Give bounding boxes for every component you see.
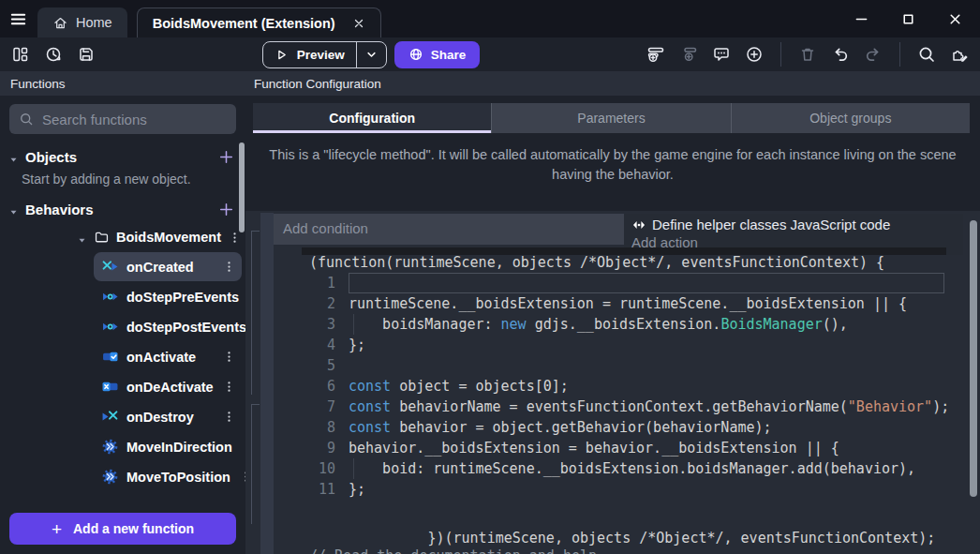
play-icon xyxy=(275,48,289,62)
undo-icon[interactable] xyxy=(831,45,850,64)
line-number: 4 xyxy=(302,335,349,355)
line-number: 10 xyxy=(302,458,349,479)
close-tab-icon[interactable] xyxy=(352,17,365,30)
line-number: 3 xyxy=(302,314,349,335)
behaviors-tree: BoidsMovementonCreateddoStepPreEventsdoS… xyxy=(0,223,245,491)
code-header-line: (function(runtimeScene, objects /*Object… xyxy=(302,252,946,273)
search-icon[interactable] xyxy=(917,45,936,64)
function-configuration-panel: Function Configuration ConfigurationPara… xyxy=(245,71,980,554)
tab-object-groups[interactable]: Object groups xyxy=(732,103,970,133)
footer-comment: // xyxy=(309,547,334,554)
toolbar-separator xyxy=(899,42,900,67)
objects-section-title: Objects xyxy=(25,149,77,165)
function-item-dosteppreevents[interactable]: doStepPreEvents xyxy=(94,282,242,311)
gdevelop-window: Home BoidsMovement (Extension) Preview xyxy=(0,0,980,554)
configuration-tabs: ConfigurationParametersObject groups xyxy=(253,103,970,133)
function-item-label: onActivate xyxy=(126,350,196,365)
globe-icon xyxy=(408,47,423,62)
add-sub-event-icon[interactable] xyxy=(679,45,698,64)
code-line-4: 4}; xyxy=(302,335,946,355)
add-condition-button[interactable]: Add condition xyxy=(274,214,624,245)
tab-home[interactable]: Home xyxy=(37,7,127,37)
tab-boidsmovement-extension[interactable]: BoidsMovement (Extension) xyxy=(137,7,381,37)
tab-home-label: Home xyxy=(76,15,112,30)
share-button[interactable]: Share xyxy=(394,41,481,68)
preview-button[interactable]: Preview xyxy=(262,41,387,68)
kebab-menu-icon[interactable] xyxy=(222,260,236,274)
gear-icon xyxy=(102,469,118,485)
edit-extension-icon[interactable] xyxy=(950,45,969,64)
kebab-menu-icon[interactable] xyxy=(222,410,236,424)
preview-options-button[interactable] xyxy=(357,48,386,62)
function-item-dosteppostevents[interactable]: doStepPostEvents xyxy=(94,312,242,341)
maximize-button[interactable] xyxy=(900,11,916,27)
tab-configuration[interactable]: Configuration xyxy=(253,103,492,133)
kebab-menu-icon[interactable] xyxy=(222,350,236,364)
redo-icon[interactable] xyxy=(864,45,883,64)
window-controls xyxy=(854,0,980,37)
code-line-2: 2runtimeScene.__boidsExtension = runtime… xyxy=(302,293,946,314)
event-block: Add condition Define helper classes Java… xyxy=(274,214,963,255)
function-item-oncreated[interactable]: onCreated xyxy=(94,252,242,281)
add-other-event-icon[interactable] xyxy=(745,45,764,64)
main-title: Function Configuration xyxy=(254,77,381,91)
file-tabs: Home BoidsMovement (Extension) xyxy=(37,0,381,37)
code-line-7: 7const behaviorName = eventsFunctionCont… xyxy=(302,397,946,417)
sidebar-scrollbar[interactable] xyxy=(239,142,245,232)
function-item-label: doStepPreEvents xyxy=(126,290,239,305)
minimize-button[interactable] xyxy=(854,11,869,27)
function-item-onactivate[interactable]: onActivate xyxy=(94,342,242,371)
add-object-button[interactable] xyxy=(218,149,234,165)
function-item-label: onCreated xyxy=(126,260,194,275)
history-icon[interactable] xyxy=(44,45,63,64)
toolbar-right-icons xyxy=(646,42,969,67)
code-line-3: 3 boidsManager: new gdjs.__boidsExtensio… xyxy=(302,314,946,335)
code-line-5: 5 xyxy=(302,355,946,376)
tab-parameters[interactable]: Parameters xyxy=(492,103,731,133)
main-header: Function Configuration xyxy=(245,71,980,96)
events-scrollbar[interactable] xyxy=(970,220,977,497)
code-icon xyxy=(631,217,646,232)
js-event-title[interactable]: Define helper classes JavaScript code xyxy=(624,214,963,233)
code-editor[interactable]: (function(runtimeScene, objects /*Object… xyxy=(302,247,946,255)
home-icon xyxy=(52,15,68,31)
function-item-ondestroy[interactable]: onDestroy xyxy=(94,402,242,431)
kebab-menu-icon[interactable] xyxy=(222,380,236,394)
hamburger-menu-icon[interactable] xyxy=(9,10,27,28)
function-item-label: MoveInDirection xyxy=(126,440,232,455)
do-step-icon xyxy=(102,319,118,335)
code-lines: 12runtimeScene.__boidsExtension = runtim… xyxy=(302,273,946,500)
search-functions-input[interactable]: Search functions xyxy=(9,104,236,134)
chevron-down-icon[interactable] xyxy=(8,204,19,215)
function-item-ondeactivate[interactable]: onDeActivate xyxy=(94,372,242,401)
behavior-group-boidsmovement[interactable]: BoidsMovement xyxy=(0,223,245,251)
save-icon[interactable] xyxy=(77,45,96,64)
chevron-down-icon[interactable] xyxy=(8,152,19,162)
delete-icon[interactable] xyxy=(798,45,817,64)
kebab-menu-icon[interactable] xyxy=(228,231,242,245)
function-item-movetoposition[interactable]: MoveToPosition xyxy=(94,462,242,491)
function-item-moveindirection[interactable]: MoveInDirection xyxy=(94,432,242,461)
chevron-down-icon[interactable] xyxy=(77,232,87,243)
event-guide-line xyxy=(251,231,260,395)
tab-boidsmovement-label: BoidsMovement (Extension) xyxy=(153,16,335,31)
function-item-label: onDeActivate xyxy=(126,380,214,395)
code-line-6: 6const object = objects[0]; xyxy=(302,376,946,397)
add-event-icon[interactable] xyxy=(646,45,665,64)
toolbar-left-icons xyxy=(11,45,96,64)
behaviors-section-title: Behaviors xyxy=(25,202,94,217)
on-activate-icon xyxy=(102,349,118,365)
line-number: 11 xyxy=(302,479,349,500)
content-area: Functions Search functions Objects Start… xyxy=(0,71,980,554)
documentation-link[interactable]: Read the documentation and help xyxy=(334,547,597,554)
add-comment-icon[interactable] xyxy=(712,45,731,64)
close-window-button[interactable] xyxy=(947,11,963,27)
line-number: 1 xyxy=(302,273,349,293)
functions-sidebar: Functions Search functions Objects Start… xyxy=(0,71,245,554)
event-guide-line xyxy=(251,404,260,524)
section-objects: Objects xyxy=(0,143,245,171)
project-manager-icon[interactable] xyxy=(11,45,30,64)
event-rail xyxy=(260,213,274,554)
add-behavior-button[interactable] xyxy=(218,202,234,217)
add-function-button[interactable]: + Add a new function xyxy=(9,513,236,545)
